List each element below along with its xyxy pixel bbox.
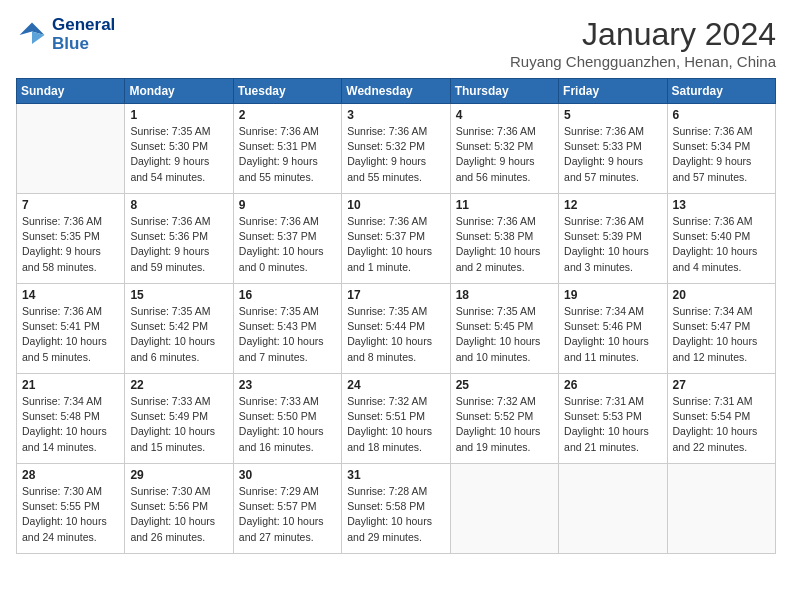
calendar-cell-5-6 [559,464,667,554]
day-info: Sunrise: 7:35 AM Sunset: 5:45 PM Dayligh… [456,304,553,365]
day-info: Sunrise: 7:36 AM Sunset: 5:36 PM Dayligh… [130,214,227,275]
day-info: Sunrise: 7:34 AM Sunset: 5:46 PM Dayligh… [564,304,661,365]
day-number: 10 [347,198,444,212]
day-info: Sunrise: 7:28 AM Sunset: 5:58 PM Dayligh… [347,484,444,545]
day-info: Sunrise: 7:34 AM Sunset: 5:47 PM Dayligh… [673,304,770,365]
day-number: 23 [239,378,336,392]
day-info: Sunrise: 7:30 AM Sunset: 5:55 PM Dayligh… [22,484,119,545]
week-row-2: 7Sunrise: 7:36 AM Sunset: 5:35 PM Daylig… [17,194,776,284]
day-number: 2 [239,108,336,122]
day-number: 15 [130,288,227,302]
day-number: 28 [22,468,119,482]
calendar-cell-5-5 [450,464,558,554]
calendar-cell-2-1: 7Sunrise: 7:36 AM Sunset: 5:35 PM Daylig… [17,194,125,284]
day-info: Sunrise: 7:36 AM Sunset: 5:35 PM Dayligh… [22,214,119,275]
calendar-cell-2-5: 11Sunrise: 7:36 AM Sunset: 5:38 PM Dayli… [450,194,558,284]
logo-icon [16,19,48,51]
day-number: 8 [130,198,227,212]
day-number: 12 [564,198,661,212]
page-header: General Blue January 2024 Ruyang Chenggu… [16,16,776,70]
week-row-1: 1Sunrise: 7:35 AM Sunset: 5:30 PM Daylig… [17,104,776,194]
day-info: Sunrise: 7:32 AM Sunset: 5:52 PM Dayligh… [456,394,553,455]
calendar-cell-4-3: 23Sunrise: 7:33 AM Sunset: 5:50 PM Dayli… [233,374,341,464]
col-thursday: Thursday [450,79,558,104]
calendar-cell-2-6: 12Sunrise: 7:36 AM Sunset: 5:39 PM Dayli… [559,194,667,284]
col-tuesday: Tuesday [233,79,341,104]
day-number: 20 [673,288,770,302]
day-number: 22 [130,378,227,392]
day-number: 14 [22,288,119,302]
day-number: 7 [22,198,119,212]
day-info: Sunrise: 7:35 AM Sunset: 5:44 PM Dayligh… [347,304,444,365]
day-info: Sunrise: 7:36 AM Sunset: 5:34 PM Dayligh… [673,124,770,185]
day-info: Sunrise: 7:32 AM Sunset: 5:51 PM Dayligh… [347,394,444,455]
calendar-cell-4-5: 25Sunrise: 7:32 AM Sunset: 5:52 PM Dayli… [450,374,558,464]
day-number: 31 [347,468,444,482]
week-row-5: 28Sunrise: 7:30 AM Sunset: 5:55 PM Dayli… [17,464,776,554]
calendar-cell-5-4: 31Sunrise: 7:28 AM Sunset: 5:58 PM Dayli… [342,464,450,554]
day-number: 5 [564,108,661,122]
day-info: Sunrise: 7:29 AM Sunset: 5:57 PM Dayligh… [239,484,336,545]
col-friday: Friday [559,79,667,104]
logo-text: General Blue [52,16,115,53]
day-info: Sunrise: 7:36 AM Sunset: 5:37 PM Dayligh… [347,214,444,275]
calendar-cell-1-7: 6Sunrise: 7:36 AM Sunset: 5:34 PM Daylig… [667,104,775,194]
calendar-cell-4-7: 27Sunrise: 7:31 AM Sunset: 5:54 PM Dayli… [667,374,775,464]
day-number: 30 [239,468,336,482]
day-number: 27 [673,378,770,392]
day-number: 4 [456,108,553,122]
day-number: 6 [673,108,770,122]
day-info: Sunrise: 7:36 AM Sunset: 5:38 PM Dayligh… [456,214,553,275]
day-info: Sunrise: 7:35 AM Sunset: 5:30 PM Dayligh… [130,124,227,185]
calendar-cell-1-6: 5Sunrise: 7:36 AM Sunset: 5:33 PM Daylig… [559,104,667,194]
calendar-cell-4-4: 24Sunrise: 7:32 AM Sunset: 5:51 PM Dayli… [342,374,450,464]
calendar-cell-1-1 [17,104,125,194]
calendar-cell-3-7: 20Sunrise: 7:34 AM Sunset: 5:47 PM Dayli… [667,284,775,374]
calendar-cell-1-5: 4Sunrise: 7:36 AM Sunset: 5:32 PM Daylig… [450,104,558,194]
calendar-cell-5-3: 30Sunrise: 7:29 AM Sunset: 5:57 PM Dayli… [233,464,341,554]
day-info: Sunrise: 7:36 AM Sunset: 5:33 PM Dayligh… [564,124,661,185]
day-number: 24 [347,378,444,392]
calendar-cell-5-2: 29Sunrise: 7:30 AM Sunset: 5:56 PM Dayli… [125,464,233,554]
day-number: 18 [456,288,553,302]
day-info: Sunrise: 7:33 AM Sunset: 5:50 PM Dayligh… [239,394,336,455]
day-number: 21 [22,378,119,392]
day-number: 26 [564,378,661,392]
day-number: 17 [347,288,444,302]
calendar-cell-3-6: 19Sunrise: 7:34 AM Sunset: 5:46 PM Dayli… [559,284,667,374]
week-row-3: 14Sunrise: 7:36 AM Sunset: 5:41 PM Dayli… [17,284,776,374]
calendar-cell-3-1: 14Sunrise: 7:36 AM Sunset: 5:41 PM Dayli… [17,284,125,374]
calendar-cell-4-6: 26Sunrise: 7:31 AM Sunset: 5:53 PM Dayli… [559,374,667,464]
calendar-cell-1-4: 3Sunrise: 7:36 AM Sunset: 5:32 PM Daylig… [342,104,450,194]
day-number: 3 [347,108,444,122]
col-monday: Monday [125,79,233,104]
calendar-cell-5-7 [667,464,775,554]
week-row-4: 21Sunrise: 7:34 AM Sunset: 5:48 PM Dayli… [17,374,776,464]
day-info: Sunrise: 7:30 AM Sunset: 5:56 PM Dayligh… [130,484,227,545]
calendar-cell-3-5: 18Sunrise: 7:35 AM Sunset: 5:45 PM Dayli… [450,284,558,374]
calendar-table: Sunday Monday Tuesday Wednesday Thursday… [16,78,776,554]
calendar-cell-5-1: 28Sunrise: 7:30 AM Sunset: 5:55 PM Dayli… [17,464,125,554]
day-number: 11 [456,198,553,212]
day-number: 13 [673,198,770,212]
day-number: 25 [456,378,553,392]
day-info: Sunrise: 7:35 AM Sunset: 5:42 PM Dayligh… [130,304,227,365]
day-number: 16 [239,288,336,302]
day-number: 19 [564,288,661,302]
day-number: 1 [130,108,227,122]
day-info: Sunrise: 7:36 AM Sunset: 5:37 PM Dayligh… [239,214,336,275]
day-number: 29 [130,468,227,482]
calendar-cell-3-3: 16Sunrise: 7:35 AM Sunset: 5:43 PM Dayli… [233,284,341,374]
location-subtitle: Ruyang Chengguanzhen, Henan, China [510,53,776,70]
day-info: Sunrise: 7:33 AM Sunset: 5:49 PM Dayligh… [130,394,227,455]
col-saturday: Saturday [667,79,775,104]
logo: General Blue [16,16,115,53]
day-info: Sunrise: 7:36 AM Sunset: 5:40 PM Dayligh… [673,214,770,275]
calendar-cell-1-3: 2Sunrise: 7:36 AM Sunset: 5:31 PM Daylig… [233,104,341,194]
col-wednesday: Wednesday [342,79,450,104]
day-info: Sunrise: 7:36 AM Sunset: 5:31 PM Dayligh… [239,124,336,185]
day-info: Sunrise: 7:36 AM Sunset: 5:32 PM Dayligh… [456,124,553,185]
calendar-cell-2-2: 8Sunrise: 7:36 AM Sunset: 5:36 PM Daylig… [125,194,233,284]
calendar-cell-2-4: 10Sunrise: 7:36 AM Sunset: 5:37 PM Dayli… [342,194,450,284]
day-info: Sunrise: 7:35 AM Sunset: 5:43 PM Dayligh… [239,304,336,365]
